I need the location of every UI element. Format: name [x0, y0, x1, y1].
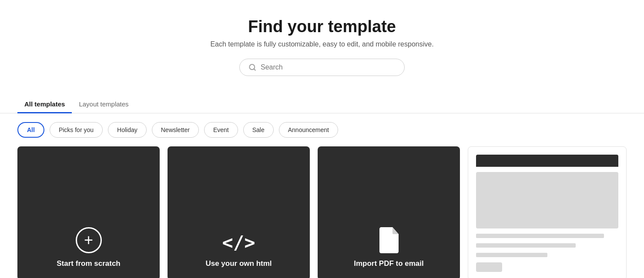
preview-line-1 — [476, 234, 604, 238]
filter-newsletter[interactable]: Newsletter — [152, 122, 199, 138]
preview-line-2 — [476, 243, 576, 248]
search-box[interactable] — [239, 59, 405, 76]
preview-image-block — [476, 172, 618, 228]
preview-button-block — [476, 262, 502, 272]
card-import-pdf[interactable]: Import PDF to email — [318, 146, 460, 278]
card-preview-template[interactable] — [468, 146, 627, 278]
page-subtitle: Each template is fully customizable, eas… — [9, 40, 635, 48]
filter-sale[interactable]: Sale — [243, 122, 274, 138]
cards-section: + Start from scratch </> Use your own ht… — [0, 146, 644, 278]
filter-event[interactable]: Event — [204, 122, 238, 138]
search-input[interactable] — [261, 63, 396, 71]
card-start-scratch-label: Start from scratch — [57, 259, 120, 268]
code-icon: </> — [222, 232, 255, 253]
preview-line-3 — [476, 253, 547, 257]
search-icon — [248, 63, 256, 71]
filter-all[interactable]: All — [17, 122, 44, 138]
filter-announcement[interactable]: Announcement — [279, 122, 338, 138]
header-section: Find your template Each template is full… — [0, 0, 644, 89]
search-container — [9, 59, 635, 76]
filter-picks-for-you[interactable]: Picks for you — [50, 122, 103, 138]
preview-top-bar — [476, 155, 618, 167]
plus-icon: + — [76, 227, 102, 253]
filters-section: All Picks for you Holiday Newsletter Eve… — [0, 113, 644, 146]
card-use-html-label: Use your own html — [205, 259, 272, 268]
card-import-pdf-label: Import PDF to email — [354, 259, 424, 268]
tabs-section: All templates Layout templates — [0, 89, 644, 113]
card-start-scratch[interactable]: + Start from scratch — [17, 146, 160, 278]
card-use-html[interactable]: </> Use your own html — [168, 146, 310, 278]
tab-layout-templates[interactable]: Layout templates — [72, 96, 135, 113]
filter-holiday[interactable]: Holiday — [108, 122, 147, 138]
pdf-icon — [378, 227, 400, 253]
svg-line-1 — [254, 69, 255, 70]
page-title: Find your template — [9, 17, 635, 36]
tab-all-templates[interactable]: All templates — [17, 96, 72, 113]
